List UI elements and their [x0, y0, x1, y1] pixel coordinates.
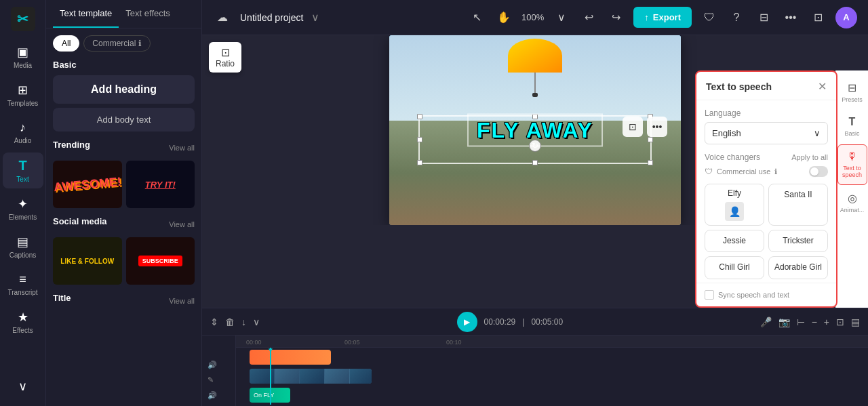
template-tryit[interactable]: TRY IT! — [126, 161, 195, 208]
title-view-all[interactable]: View all — [169, 297, 195, 305]
cloud-icon[interactable]: ☁ — [213, 8, 232, 27]
sidebar-item-media[interactable]: ▣ Media — [3, 39, 43, 75]
voice-chill-girl[interactable]: Chill Girl — [705, 256, 764, 279]
main-toolbar: ☁ Untitled project ∨ ↖ ✋ 100% ∨ ↩ ↪ ↑ Ex… — [202, 0, 868, 35]
trending-grid: AWESOME! TRY IT! — [53, 161, 195, 208]
grid-icon[interactable]: ⊟ — [754, 8, 773, 27]
voice-trickster[interactable]: Trickster — [768, 230, 828, 253]
timeline-delete-icon[interactable]: 🗑 — [225, 317, 235, 327]
voice-grid: Elfy 👤 Santa II Jessie Trickster — [705, 184, 828, 283]
trending-section-header: Trending View all — [53, 140, 195, 155]
clip-video[interactable] — [250, 369, 372, 384]
basic-label: Basic — [844, 130, 859, 138]
timeline-labels: 🔊 ✎ 🔊 — [202, 336, 236, 406]
canvas-crop-button[interactable]: ⊡ — [623, 117, 643, 137]
canvas-more-button[interactable]: ••• — [647, 117, 667, 137]
zoom-in-icon[interactable]: + — [824, 317, 829, 327]
help-icon[interactable]: ? — [727, 8, 746, 27]
handle-bm — [532, 160, 538, 165]
social-section-header: Social media View all — [53, 216, 195, 232]
redo-icon[interactable]: ↪ — [606, 8, 625, 27]
commercial-toggle[interactable] — [809, 166, 828, 177]
voice-adorable-girl[interactable]: Adorable Girl — [768, 256, 828, 279]
micro-basic[interactable]: T Basic — [837, 110, 867, 143]
voice-jessie[interactable]: Jessie — [705, 230, 764, 253]
sidebar-item-label: Elements — [9, 214, 37, 221]
timeline-content: 🔊 ✎ 🔊 00:00 00:05 00:10 — [202, 336, 868, 406]
zoom-chevron-icon[interactable]: ∨ — [552, 8, 571, 27]
zoom-out-icon[interactable]: − — [812, 317, 817, 327]
ruler-mark-2: 00:10 — [446, 339, 462, 346]
current-time: 00:00:29 — [484, 317, 516, 327]
sidebar-item-text[interactable]: T Text — [3, 153, 43, 188]
social-title: Social media — [53, 216, 106, 226]
timeline-download-icon[interactable]: ↓ — [241, 317, 246, 327]
title-section-title: Title — [53, 293, 71, 303]
mic-icon[interactable]: 🎤 — [760, 317, 772, 327]
thumb-2 — [275, 369, 299, 384]
sidebar-item-audio[interactable]: ♪ Audio — [3, 115, 43, 150]
tab-text-template[interactable]: Text template — [53, 0, 119, 28]
app-logo[interactable]: ✂ — [11, 7, 35, 31]
sidebar-item-transcript[interactable]: ≡ Transcript — [3, 267, 43, 302]
template-awesome[interactable]: AWESOME! — [53, 161, 122, 208]
filter-all[interactable]: All — [53, 35, 79, 52]
language-dropdown[interactable]: English ∨ — [705, 122, 828, 144]
micro-presets[interactable]: ⊟ Presets — [837, 76, 867, 109]
commercial-use-text: Commercial use — [717, 167, 770, 176]
canvas[interactable]: FLY AWAY ⊡ ••• ↻ — [389, 35, 681, 225]
trending-view-all[interactable]: View all — [169, 144, 195, 152]
sidebar-item-elements[interactable]: ✦ Elements — [3, 191, 43, 226]
sidebar-item-captions[interactable]: ▤ Captions — [3, 229, 43, 264]
apply-all-button[interactable]: Apply to all — [791, 153, 828, 161]
timeline-playhead[interactable] — [270, 348, 271, 405]
timeline-chevron-icon[interactable]: ∨ — [253, 317, 260, 327]
tab-text-effects[interactable]: Text effects — [119, 0, 177, 28]
rotate-handle[interactable]: ↻ — [529, 140, 541, 152]
export-button[interactable]: ↑ Export — [633, 7, 692, 28]
total-time: 00:05:00 — [531, 317, 563, 327]
micro-text-to-speech[interactable]: 🎙 Text to speech — [837, 144, 867, 186]
template-subscribe[interactable]: SUBSCRIBE — [126, 237, 195, 285]
elfy-name: Elfy — [728, 188, 741, 199]
panel-content: All Commercial ℹ Basic Add heading Add b… — [46, 28, 201, 406]
clip-orange[interactable] — [250, 350, 331, 365]
template-like[interactable]: LIKE & FOLLOW — [53, 237, 122, 285]
undo-icon[interactable]: ↩ — [579, 8, 598, 27]
media-icon: ▣ — [17, 45, 28, 60]
voice-elfy[interactable]: Elfy 👤 — [705, 184, 764, 226]
trending-title: Trending — [53, 140, 90, 150]
layout-icon[interactable]: ⊡ — [808, 8, 827, 27]
camera-icon[interactable]: 📷 — [778, 317, 790, 327]
sidebar-item-more[interactable]: ∨ — [3, 373, 43, 399]
fullscreen-icon[interactable]: ⊡ — [836, 317, 844, 327]
tts-close-button[interactable]: ✕ — [818, 80, 827, 93]
split-icon[interactable]: ⊢ — [797, 317, 805, 327]
add-body-button[interactable]: Add body text — [53, 108, 195, 131]
sync-checkbox[interactable] — [705, 290, 714, 300]
filter-commercial[interactable]: Commercial ℹ — [83, 35, 150, 52]
hand-icon[interactable]: ✋ — [494, 8, 513, 27]
social-view-all[interactable]: View all — [169, 220, 195, 228]
avatar[interactable]: A — [835, 7, 857, 28]
caption-icon[interactable]: ▤ — [851, 317, 860, 327]
shield-icon[interactable]: 🛡 — [700, 8, 719, 27]
paraglider — [508, 39, 562, 97]
ratio-button[interactable]: ⊡ Ratio — [209, 42, 241, 73]
tts-panel: Text to speech ✕ Language English ∨ Voic… — [695, 70, 837, 308]
sidebar-item-effects[interactable]: ★ Effects — [3, 304, 43, 340]
add-heading-button[interactable]: Add heading — [53, 75, 195, 104]
zoom-display[interactable]: 100% — [521, 12, 544, 22]
animate-label: Animat... — [840, 207, 865, 214]
cursor-icon[interactable]: ↖ — [467, 8, 486, 27]
time-separator: | — [522, 317, 524, 327]
export-label: Export — [653, 12, 681, 22]
play-button[interactable]: ▶ — [457, 312, 477, 332]
project-dropdown-icon[interactable]: ∨ — [311, 11, 319, 24]
project-name[interactable]: Untitled project — [240, 12, 303, 23]
sidebar-item-templates[interactable]: ⊞ Templates — [3, 77, 43, 113]
micro-animate[interactable]: ◎ Animat... — [837, 186, 867, 220]
timeline-resize-icon[interactable]: ⇕ — [210, 317, 218, 327]
more-options-icon[interactable]: ••• — [781, 8, 800, 27]
voice-santa-ii[interactable]: Santa II — [768, 184, 828, 226]
